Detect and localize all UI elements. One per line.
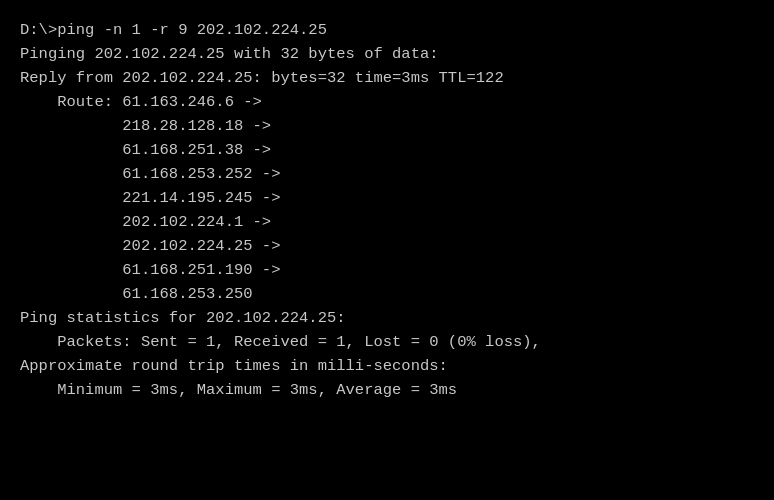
terminal-line-cmd: D:\>ping -n 1 -r 9 202.102.224.25 — [20, 18, 754, 42]
terminal-line-route6: 202.102.224.1 -> — [20, 210, 754, 234]
terminal-line-stats_header: Ping statistics for 202.102.224.25: — [20, 306, 754, 330]
terminal-line-route7: 202.102.224.25 -> — [20, 234, 754, 258]
terminal-line-route1: Route: 61.163.246.6 -> — [20, 90, 754, 114]
terminal-line-times: Minimum = 3ms, Maximum = 3ms, Average = … — [20, 378, 754, 402]
terminal-line-route4: 61.168.253.252 -> — [20, 162, 754, 186]
terminal-line-pinging: Pinging 202.102.224.25 with 32 bytes of … — [20, 42, 754, 66]
terminal-line-route5: 221.14.195.245 -> — [20, 186, 754, 210]
terminal-line-route8: 61.168.251.190 -> — [20, 258, 754, 282]
terminal-line-route3: 61.168.251.38 -> — [20, 138, 754, 162]
terminal-line-approx: Approximate round trip times in milli-se… — [20, 354, 754, 378]
terminal-line-packets: Packets: Sent = 1, Received = 1, Lost = … — [20, 330, 754, 354]
terminal-line-reply: Reply from 202.102.224.25: bytes=32 time… — [20, 66, 754, 90]
terminal-line-route2: 218.28.128.18 -> — [20, 114, 754, 138]
terminal-window: D:\>ping -n 1 -r 9 202.102.224.25Pinging… — [0, 0, 774, 500]
terminal-line-route9: 61.168.253.250 — [20, 282, 754, 306]
